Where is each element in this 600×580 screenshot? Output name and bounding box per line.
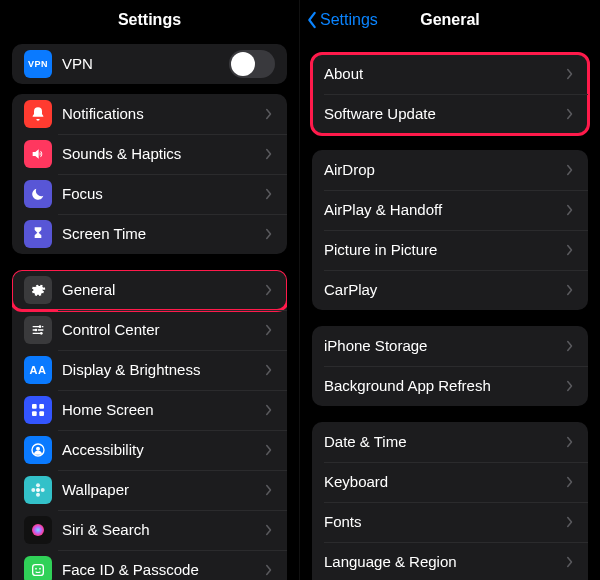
general-title: General — [420, 11, 480, 29]
face-icon — [24, 556, 52, 580]
settings-row-accessibility[interactable]: Accessibility — [12, 430, 287, 470]
row-label: Picture in Picture — [324, 241, 566, 259]
chevron-right-icon — [265, 108, 275, 120]
chevron-right-icon — [265, 148, 275, 160]
chevron-right-icon — [566, 164, 576, 176]
row-label: Language & Region — [324, 553, 566, 571]
chevron-right-icon — [265, 444, 275, 456]
chevron-right-icon — [566, 556, 576, 568]
general-row-date-time[interactable]: Date & Time — [312, 422, 588, 462]
settings-row-control-center[interactable]: Control Center — [12, 310, 287, 350]
general-row-software-update[interactable]: Software Update — [312, 94, 588, 134]
chevron-right-icon — [566, 284, 576, 296]
general-row-airdrop[interactable]: AirDrop — [312, 150, 588, 190]
chevron-right-icon — [265, 188, 275, 200]
row-label: iPhone Storage — [324, 337, 566, 355]
chevron-right-icon — [265, 284, 275, 296]
vpn-icon: VPN — [24, 50, 52, 78]
row-label: Notifications — [62, 105, 265, 123]
settings-row-screen-time[interactable]: Screen Time — [12, 214, 287, 254]
gear-icon — [24, 276, 52, 304]
chevron-left-icon — [306, 11, 318, 29]
general-group-datetime: Date & TimeKeyboardFontsLanguage & Regio… — [312, 422, 588, 580]
chevron-right-icon — [566, 380, 576, 392]
chevron-right-icon — [566, 244, 576, 256]
svg-point-13 — [41, 488, 45, 492]
settings-row-home-screen[interactable]: Home Screen — [12, 390, 287, 430]
general-row-language-region[interactable]: Language & Region — [312, 542, 588, 580]
person-icon — [24, 436, 52, 464]
svg-rect-6 — [39, 411, 44, 416]
settings-row-notifications[interactable]: Notifications — [12, 94, 287, 134]
row-label: About — [324, 65, 566, 83]
settings-row-general[interactable]: General — [12, 270, 287, 310]
bell-icon — [24, 100, 52, 128]
vpn-row-group: VPN VPN — [12, 44, 287, 84]
grid-icon — [24, 396, 52, 424]
settings-row-focus[interactable]: Focus — [12, 174, 287, 214]
svg-point-0 — [39, 325, 42, 328]
sliders-icon — [24, 316, 52, 344]
chevron-right-icon — [566, 516, 576, 528]
svg-point-1 — [35, 329, 38, 332]
chevron-right-icon — [265, 524, 275, 536]
general-row-airplay-handoff[interactable]: AirPlay & Handoff — [312, 190, 588, 230]
row-label: Software Update — [324, 105, 566, 123]
general-row-fonts[interactable]: Fonts — [312, 502, 588, 542]
svg-point-2 — [40, 332, 43, 335]
general-header: Settings General — [300, 0, 600, 40]
svg-point-10 — [36, 483, 40, 487]
settings-screen: Settings VPN VPN NotificationsSounds & H… — [0, 0, 300, 580]
settings-title: Settings — [118, 11, 181, 29]
chevron-right-icon — [566, 204, 576, 216]
back-button[interactable]: Settings — [306, 0, 378, 40]
svg-point-17 — [39, 568, 41, 570]
vpn-toggle[interactable] — [229, 50, 275, 78]
hourglass-icon — [24, 220, 52, 248]
row-label: Home Screen — [62, 401, 265, 419]
general-row-about[interactable]: About — [312, 54, 588, 94]
settings-row-vpn[interactable]: VPN VPN — [12, 44, 287, 84]
general-row-keyboard[interactable]: Keyboard — [312, 462, 588, 502]
general-row-carplay[interactable]: CarPlay — [312, 270, 588, 310]
row-label: CarPlay — [324, 281, 566, 299]
general-row-iphone-storage[interactable]: iPhone Storage — [312, 326, 588, 366]
settings-header: Settings — [0, 0, 299, 40]
svg-rect-15 — [33, 565, 44, 576]
svg-rect-3 — [32, 404, 37, 409]
chevron-right-icon — [265, 484, 275, 496]
row-label: Date & Time — [324, 433, 566, 451]
row-label: Background App Refresh — [324, 377, 566, 395]
svg-point-14 — [32, 524, 44, 536]
row-label: Fonts — [324, 513, 566, 531]
settings-row-siri-search[interactable]: Siri & Search — [12, 510, 287, 550]
chevron-right-icon — [566, 108, 576, 120]
row-label: Control Center — [62, 321, 265, 339]
general-screen: Settings General AboutSoftware Update Ai… — [300, 0, 600, 580]
row-label: Display & Brightness — [62, 361, 265, 379]
chevron-right-icon — [265, 564, 275, 576]
svg-rect-5 — [32, 411, 37, 416]
settings-row-display-brightness[interactable]: AADisplay & Brightness — [12, 350, 287, 390]
row-label: Screen Time — [62, 225, 265, 243]
svg-point-8 — [36, 447, 40, 451]
general-row-picture-in-picture[interactable]: Picture in Picture — [312, 230, 588, 270]
settings-row-sounds-haptics[interactable]: Sounds & Haptics — [12, 134, 287, 174]
general-group-storage: iPhone StorageBackground App Refresh — [312, 326, 588, 406]
general-row-background-app-refresh[interactable]: Background App Refresh — [312, 366, 588, 406]
row-label: Face ID & Passcode — [62, 561, 265, 579]
AA-icon: AA — [24, 356, 52, 384]
settings-row-face-id-passcode[interactable]: Face ID & Passcode — [12, 550, 287, 580]
siri-icon — [24, 516, 52, 544]
row-label: AirDrop — [324, 161, 566, 179]
settings-row-wallpaper[interactable]: Wallpaper — [12, 470, 287, 510]
moon-icon — [24, 180, 52, 208]
chevron-right-icon — [566, 436, 576, 448]
general-group-airdrop: AirDropAirPlay & HandoffPicture in Pictu… — [312, 150, 588, 310]
speaker-icon — [24, 140, 52, 168]
settings-group-notifications: NotificationsSounds & HapticsFocusScreen… — [12, 94, 287, 254]
row-label: Sounds & Haptics — [62, 145, 265, 163]
svg-rect-4 — [39, 404, 44, 409]
svg-point-11 — [36, 493, 40, 497]
row-label: AirPlay & Handoff — [324, 201, 566, 219]
